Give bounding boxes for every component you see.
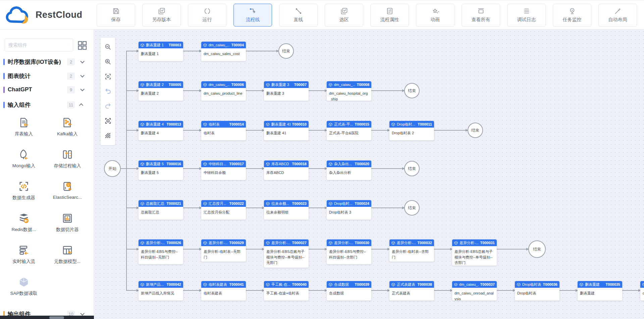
flow-node[interactable]: 删表重建 5 T000016 删表重建 5 xyxy=(139,161,183,180)
component-mongo-input[interactable]: Mongo输入 xyxy=(12,147,35,179)
node-title: 差异分析-... xyxy=(460,240,479,245)
scrollbar-thumb[interactable] xyxy=(49,316,64,319)
flow-node[interactable]: 汇总按月... T000022 汇总按月份分配 xyxy=(201,200,246,220)
flow-node[interactable]: 手工账-在... T000040 手工账-在途+临时表 xyxy=(264,281,309,301)
end-node[interactable]: 结束 xyxy=(404,83,420,98)
flow-node[interactable]: dm_caiwu_... T00008 dm_caiwu_hospital_or… xyxy=(327,81,371,101)
sidebar-category-input[interactable]: 输入组件 11 xyxy=(0,100,94,109)
flow-node[interactable]: 删表重建 4 T000013 删表重建 4 xyxy=(139,121,183,140)
node-title: 杂入杂出... xyxy=(334,162,352,167)
hatch-grid-icon[interactable] xyxy=(101,128,115,143)
undo-icon[interactable] xyxy=(101,84,115,99)
straight-line-icon xyxy=(294,7,303,15)
flow-node[interactable]: dm_caiwu_... T000037 dm_caiwu_onroad_ana… xyxy=(452,281,497,301)
view-all-button[interactable]: 查看所有 xyxy=(462,4,500,27)
animation-button[interactable]: 动画 xyxy=(416,4,454,27)
node-id: T000024 xyxy=(355,201,369,206)
start-node[interactable]: 开始 xyxy=(104,160,121,177)
flow-node[interactable]: 删表重建 3 T00007 删表重建 3 xyxy=(264,81,309,101)
node-id: T000020 xyxy=(355,162,369,166)
fit-view-icon[interactable] xyxy=(101,69,115,84)
flow-node[interactable]: d xyxy=(640,281,644,301)
flow-properties-button[interactable]: 流程属性 xyxy=(370,4,409,27)
flow-node[interactable]: 差异分析-... T000029 差异分析-临时表--无部门 xyxy=(201,239,246,262)
flow-node[interactable]: 临时表 T000014 临时表 xyxy=(201,121,246,140)
sap-read-icon xyxy=(18,276,30,288)
task-monitor-button[interactable]: 任务监控 xyxy=(553,4,591,27)
end-node[interactable]: 结束 xyxy=(468,123,483,138)
component-table-input[interactable]: 库表输入 xyxy=(15,115,33,147)
sidebar-category-charts[interactable]: 图表统计 2 xyxy=(0,71,94,81)
flow-node[interactable]: 删表重建 1 T00003 删表重建 1 xyxy=(139,42,183,61)
flow-node[interactable]: 中转科目... T000017 中转科目余额 xyxy=(201,161,246,180)
sidebar-category-iot[interactable]: 时序数据库(IOT设备) 2 xyxy=(0,57,94,66)
flow-node[interactable]: Drop临时表 T000036 Drop临时表 xyxy=(515,281,559,301)
end-node[interactable]: 结束 xyxy=(404,161,420,176)
flow-node[interactable]: 新增产品... T000042 新增产品线入库情况 xyxy=(139,281,183,301)
zoom-out-icon[interactable] xyxy=(101,40,115,54)
cube-icon xyxy=(203,283,207,286)
brand-name: RestCloud xyxy=(36,10,83,20)
grid-view-icon[interactable] xyxy=(76,40,88,51)
flow-node[interactable]: 删表重建 41 T000010 删表重建 41 xyxy=(264,121,309,140)
frame-select-icon[interactable] xyxy=(101,113,115,128)
flow-node[interactable]: 正式表-平... T000015 正式表-平台&医院 xyxy=(327,121,371,140)
flow-edge xyxy=(126,51,139,51)
component-stored-procedure-input[interactable]: 存储过程输入 xyxy=(54,147,81,179)
flow-edge xyxy=(183,290,201,291)
redo-icon[interactable] xyxy=(101,99,115,113)
flow-canvas[interactable]: 开始 xyxy=(94,30,644,319)
selection-button[interactable]: 选区 xyxy=(325,4,363,27)
end-node[interactable]: 结束 xyxy=(278,43,294,59)
flow-node[interactable]: 临时表建表 T000041 临时表建表 xyxy=(201,281,246,301)
node-body: 差异分析-临时表--含部门 xyxy=(389,246,434,262)
zoom-in-icon[interactable] xyxy=(101,54,115,69)
straight-line-button[interactable]: 直线 xyxy=(279,4,318,27)
flow-node[interactable]: 删表重建 T000035 删表重建 xyxy=(578,281,622,301)
node-title: dm_caiwu_... xyxy=(459,282,479,286)
run-button[interactable]: 运行 xyxy=(188,4,226,27)
node-body: 删表重建 1 xyxy=(139,48,183,59)
flow-node[interactable]: 差异分析-... T000027 差异分析-EBS总账与子模块与费控--单号级别… xyxy=(264,239,309,268)
node-body: 合成数据 xyxy=(327,288,371,299)
save-button[interactable]: 保存 xyxy=(97,4,135,27)
auto-layout-button[interactable]: 自动布局 xyxy=(598,4,637,27)
flow-node[interactable]: 杂入杂出... T000020 杂入杂出分析 xyxy=(327,161,371,180)
flow-node[interactable]: 删表重建 2 T00005 删表重建 2 xyxy=(139,81,183,101)
flow-node[interactable]: 正式表建表 T000038 正式表建表 xyxy=(389,281,434,301)
component-data-slicer[interactable]: 数据切片器 xyxy=(56,211,79,243)
flow-node[interactable]: 差异分析-... T000031 差异分析-EBS总账与子模块与费控--单号级别… xyxy=(452,239,497,266)
component-kafka-input[interactable]: Kafka输入 xyxy=(57,115,78,147)
redis-data-icon xyxy=(18,212,30,224)
flow-node[interactable]: 差异分析-... T000026 差异分析-EBS与费控--科目级别--无部门 xyxy=(139,239,183,264)
component-metadata-model[interactable]: 元数据模型... xyxy=(54,243,81,275)
flow-node[interactable]: 合成数据 T000039 合成数据 xyxy=(327,281,371,301)
sidebar-horizontal-scrollbar[interactable] xyxy=(0,316,94,319)
data-generator-icon xyxy=(18,180,30,192)
search-input[interactable] xyxy=(8,42,69,48)
node-body: 正式表建表 xyxy=(389,288,434,299)
component-elasticsearch-input[interactable]: ElasticSearc... xyxy=(53,179,82,211)
flow-node[interactable]: 库存ABCD T000018 库存ABCD xyxy=(264,161,309,180)
component-data-generator[interactable]: 数据生成器 xyxy=(12,179,35,211)
node-header: Drop临时表 T000036 xyxy=(515,281,559,288)
end-node[interactable]: 结束 xyxy=(528,240,546,258)
flow-node[interactable]: dm_caiwu_... T00004 dm_caiwu_sales_cost xyxy=(201,42,246,61)
flow-edge xyxy=(183,208,201,208)
flow-node[interactable]: 差异分析-... T000032 差异分析-临时表--含部门 xyxy=(389,239,434,262)
flow-node[interactable]: Drop临时... T000024 Drop临时表 3 xyxy=(327,200,371,220)
debug-log-button[interactable]: 调试日志 xyxy=(507,4,546,27)
save-as-version-button[interactable]: 另存版本 xyxy=(142,4,181,27)
flow-node[interactable]: dm_caiwu_... T00006 dm_caiwu_product_lin… xyxy=(201,81,246,101)
flow-node[interactable]: 总账取汇总 T000021 总账取汇总 xyxy=(139,200,183,220)
node-header: 删表重建 3 T00007 xyxy=(264,81,309,88)
component-redis-data[interactable]: Redis数据... xyxy=(12,211,36,243)
end-node[interactable]: 结束 xyxy=(404,200,420,216)
component-realtime-stream[interactable]: 实时输入流 xyxy=(12,243,35,275)
flow-node[interactable]: Drop临时... T000011 Drop临时表 2 xyxy=(389,121,434,140)
flow-node[interactable]: 往来余额... T000023 往来余额明细 xyxy=(264,200,309,220)
sidebar-category-chatgpt[interactable]: ChatGPT 9 xyxy=(0,85,94,94)
flow-node[interactable]: 差异分析-... T000030 差异分析-EBS与费控--科目级别--含部门 xyxy=(327,239,371,264)
component-sap-read[interactable]: SAP数据读取 xyxy=(10,275,37,307)
flow-line-button[interactable]: 流程线 xyxy=(233,4,272,27)
